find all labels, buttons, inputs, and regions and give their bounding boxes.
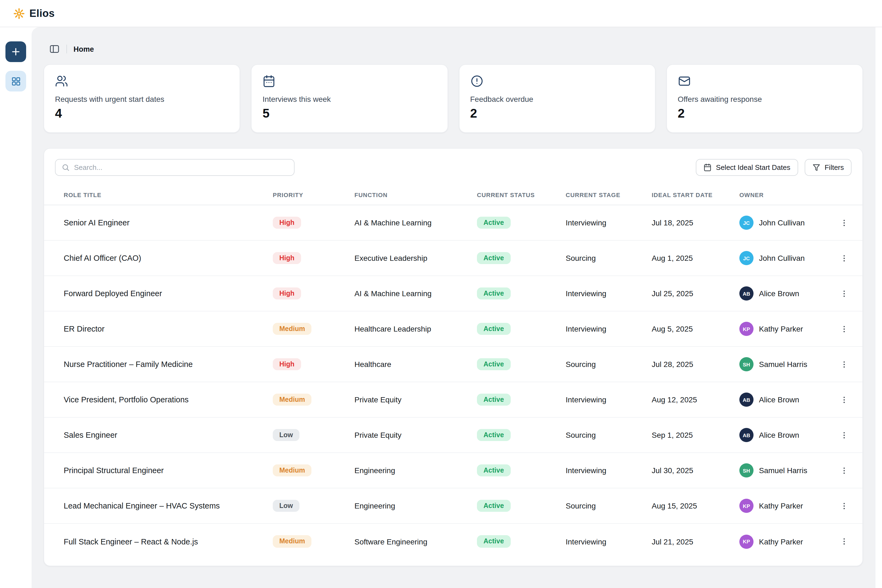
owner-name: Kathy Parker xyxy=(759,501,803,510)
elios-sunburst-icon xyxy=(13,8,25,20)
role-title-cell: Senior AI Engineer xyxy=(55,218,273,227)
select-ideal-start-dates-button[interactable]: Select Ideal Start Dates xyxy=(696,159,798,176)
function-cell: Software Engineering xyxy=(354,537,477,546)
row-menu-button[interactable] xyxy=(836,215,852,230)
filter-funnel-icon xyxy=(812,164,820,171)
sidebar-toggle-button[interactable] xyxy=(49,44,60,54)
stat-label: Interviews this week xyxy=(263,95,436,104)
select-ideal-start-dates-label: Select Ideal Start Dates xyxy=(716,164,790,171)
row-menu-button[interactable] xyxy=(836,321,852,336)
role-title-cell: Principal Structural Engineer xyxy=(55,466,273,475)
row-menu-button[interactable] xyxy=(836,498,852,513)
ideal-start-date-cell: Jul 18, 2025 xyxy=(652,218,740,227)
role-title-cell: Chief AI Officer (CAO) xyxy=(55,254,273,262)
filters-button[interactable]: Filters xyxy=(804,159,852,176)
row-menu-button[interactable] xyxy=(836,392,852,407)
ideal-start-date-cell: Jul 21, 2025 xyxy=(652,537,740,546)
table-row[interactable]: Full Stack Engineer – React & Node.js Me… xyxy=(44,524,862,559)
role-title-cell: Forward Deployed Engineer xyxy=(55,289,273,298)
search-box xyxy=(55,159,294,176)
stat-label: Requests with urgent start dates xyxy=(55,95,229,104)
table-row[interactable]: Nurse Practitioner – Family Medicine Hig… xyxy=(44,347,862,382)
current-stage-cell: Interviewing xyxy=(566,324,652,333)
stat-card-feedback-overdue: Feedback overdue 2 xyxy=(459,64,656,133)
table-row[interactable]: Forward Deployed Engineer High AI & Mach… xyxy=(44,276,862,311)
column-header-function: FUNCTION xyxy=(354,191,477,198)
current-stage-cell: Interviewing xyxy=(566,466,652,475)
table-row[interactable]: Vice President, Portfolio Operations Med… xyxy=(44,382,862,418)
sidebar xyxy=(0,27,32,588)
table-row[interactable]: Lead Mechanical Engineer – HVAC Systems … xyxy=(44,488,862,524)
row-menu-button[interactable] xyxy=(836,250,852,266)
ideal-start-date-cell: Sep 1, 2025 xyxy=(652,430,740,440)
column-header-current-stage: CURRENT STAGE xyxy=(566,191,652,198)
stat-card-interviews: Interviews this week 5 xyxy=(251,64,448,133)
stat-card-offers-awaiting: Offers awaiting response 2 xyxy=(666,64,863,133)
priority-badge: Medium xyxy=(273,464,311,477)
function-cell: AI & Machine Learning xyxy=(354,218,477,227)
table-row[interactable]: Senior AI Engineer High AI & Machine Lea… xyxy=(44,205,862,241)
plus-icon xyxy=(10,46,21,57)
stat-label: Feedback overdue xyxy=(470,95,644,104)
stats-row: Requests with urgent start dates 4 Inter… xyxy=(44,64,863,133)
calendar-icon xyxy=(263,75,276,88)
current-stage-cell: Sourcing xyxy=(566,501,652,510)
current-stage-cell: Sourcing xyxy=(566,360,652,369)
owner-name: Kathy Parker xyxy=(759,324,803,333)
main-content: Home Requests with urgent start dates 4 xyxy=(32,27,876,588)
stat-label: Offers awaiting response xyxy=(678,95,852,104)
row-menu-button[interactable] xyxy=(836,534,852,549)
app: Elios xyxy=(0,0,882,588)
owner-avatar: JC xyxy=(740,216,753,230)
owner-cell: KP Kathy Parker xyxy=(740,322,834,336)
owner-avatar: SH xyxy=(740,357,753,371)
role-title-cell: Full Stack Engineer – React & Node.js xyxy=(55,537,273,546)
stat-value: 5 xyxy=(263,106,436,121)
row-menu-button[interactable] xyxy=(836,463,852,478)
breadcrumb-divider xyxy=(66,45,67,53)
requests-table-card: Select Ideal Start Dates Filters xyxy=(44,148,863,566)
brand-logo: Elios xyxy=(13,8,55,20)
priority-badge: High xyxy=(273,358,301,370)
ideal-start-date-cell: Aug 1, 2025 xyxy=(652,254,740,262)
stat-card-urgent-requests: Requests with urgent start dates 4 xyxy=(44,64,240,133)
priority-badge: High xyxy=(273,288,301,300)
role-title-cell: Nurse Practitioner – Family Medicine xyxy=(55,360,273,369)
table-row[interactable]: Chief AI Officer (CAO) High Executive Le… xyxy=(44,241,862,276)
role-title-cell: Sales Engineer xyxy=(55,430,273,440)
current-stage-cell: Interviewing xyxy=(566,395,652,404)
kebab-icon xyxy=(839,360,849,369)
mail-icon xyxy=(678,75,691,88)
table-row[interactable]: Sales Engineer Low Private Equity Active… xyxy=(44,418,862,453)
owner-avatar: KP xyxy=(740,534,753,549)
function-cell: Executive Leadership xyxy=(354,254,477,262)
alert-circle-icon xyxy=(470,75,483,88)
status-badge: Active xyxy=(477,288,510,300)
function-cell: Healthcare Leadership xyxy=(354,324,477,333)
kebab-icon xyxy=(839,501,849,510)
dashboard-grid-button[interactable] xyxy=(6,71,26,92)
table-row[interactable]: Principal Structural Engineer Medium Eng… xyxy=(44,453,862,488)
new-request-button[interactable] xyxy=(6,41,26,62)
status-badge: Active xyxy=(477,500,510,512)
column-header-ideal-start-date: IDEAL START DATE xyxy=(652,191,740,198)
breadcrumb-home[interactable]: Home xyxy=(74,45,94,53)
role-title-cell: Vice President, Portfolio Operations xyxy=(55,395,273,404)
ideal-start-date-cell: Jul 25, 2025 xyxy=(652,289,740,298)
column-header-owner: OWNER xyxy=(740,191,834,198)
row-menu-button[interactable] xyxy=(836,286,852,301)
current-stage-cell: Interviewing xyxy=(566,289,652,298)
panel-layout-icon xyxy=(49,44,60,54)
stat-value: 2 xyxy=(678,106,852,121)
owner-name: Alice Brown xyxy=(759,430,799,440)
owner-avatar: SH xyxy=(740,464,753,477)
row-menu-button[interactable] xyxy=(836,357,852,372)
priority-badge: High xyxy=(273,217,301,229)
ideal-start-date-cell: Aug 5, 2025 xyxy=(652,324,740,333)
scrollbar-gutter[interactable] xyxy=(876,27,882,588)
role-title-cell: ER Director xyxy=(55,324,273,333)
row-menu-button[interactable] xyxy=(836,428,852,442)
priority-badge: Medium xyxy=(273,536,311,548)
table-row[interactable]: ER Director Medium Healthcare Leadership… xyxy=(44,311,862,347)
search-input[interactable] xyxy=(74,164,288,171)
